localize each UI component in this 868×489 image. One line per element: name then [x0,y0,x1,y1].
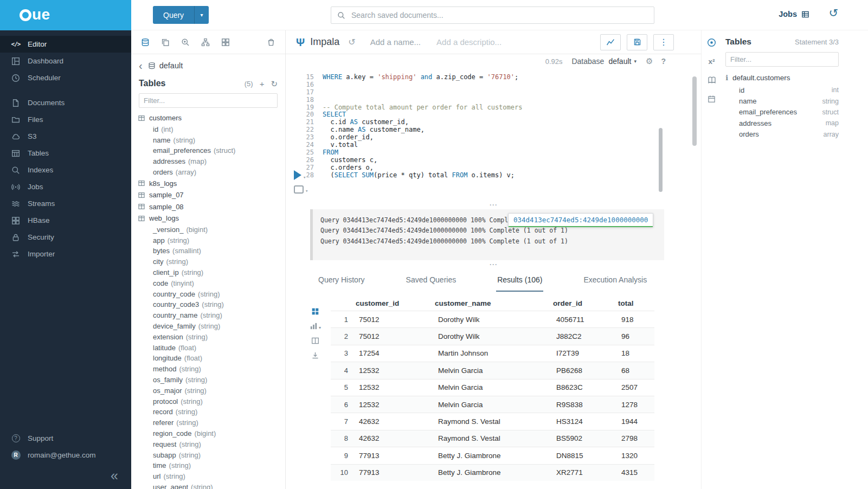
tree-column-row[interactable]: bytes smallint [138,246,281,256]
active-table-item[interactable]: ℹ default.customers [725,74,839,82]
search-input[interactable] [350,10,654,20]
sidebar-item-user[interactable]: R romain@gethue.com [0,447,131,464]
table-row[interactable]: 7 42632Raymond S. VestalHS31241944 [331,413,654,429]
tree-column-row[interactable]: country_name string [138,310,281,321]
apps-grid-icon[interactable] [221,38,230,47]
save-button[interactable] [627,34,647,50]
tree-column-row[interactable]: email_preferences struct [138,145,281,156]
column-header[interactable]: total [618,299,654,307]
table-row[interactable]: 8 42632Raymond S. VestalBS59022798 [331,430,654,447]
sidebar-item-importer[interactable]: Importer [0,246,131,262]
tree-column-row[interactable]: country_code3 string [138,299,281,310]
bucket-icon[interactable] [267,38,275,47]
sitemap-icon[interactable] [201,38,210,47]
help-icon[interactable]: ? [661,57,666,66]
tree-table-row[interactable]: sample_07 [138,189,281,201]
chart-view-button[interactable]: ▾ [310,322,321,330]
columns-view-icon[interactable] [311,337,319,345]
tree-table-row[interactable]: customers [138,112,281,124]
sidebar-item-dashboard[interactable]: Dashboard [0,53,131,69]
sidebar-item-security[interactable]: Security [0,229,131,246]
table-row[interactable]: 6 12532Melvin GarciaR9S8381278 [331,396,654,413]
grid-view-icon[interactable] [311,307,319,316]
tab[interactable]: Execution Analysis [582,269,648,292]
tree-column-row[interactable]: client_ip string [138,267,281,278]
table-row[interactable]: 2 75012Dorothy WilkJ882C296 [331,327,654,344]
query-id-popover[interactable]: 034d413ec7474ed5:4249de1000000000 [508,213,653,227]
schedule-icon[interactable] [708,95,716,103]
collapse-sidebar-button[interactable]: « [111,469,118,482]
tree-column-row[interactable]: protocol string [138,396,281,407]
tree-column-row[interactable]: subapp string [138,449,281,460]
sidebar-item-files[interactable]: Files [0,111,131,128]
tree-column-row[interactable]: code tinyint [138,278,281,288]
tree-column-row[interactable]: region_code bigint [138,428,281,439]
tree-column-row[interactable]: record string [138,407,281,417]
tree-table-row[interactable]: web_logs [138,213,281,224]
query-description-field[interactable]: Add a descriptio... [436,37,501,47]
editor-scrollbar[interactable] [659,128,663,192]
tree-column-row[interactable]: id int [138,124,281,135]
tab[interactable]: Saved Queries [405,269,458,292]
tree-column-row[interactable]: country_code string [138,288,281,299]
table-row[interactable]: 9 77913Betty J. GiambroneDN88151320 [331,447,654,464]
database-source-icon[interactable] [141,38,150,47]
tree-column-row[interactable]: device_family string [138,321,281,332]
assist-column-row[interactable]: name string [725,95,839,106]
assist-column-row[interactable]: email_preferences struct [725,107,839,118]
assist-column-row[interactable]: id int [725,85,839,95]
tree-column-row[interactable]: longitude float [138,353,281,364]
add-table-icon[interactable]: + [260,80,265,88]
run-query-button[interactable]: ▾ [294,170,308,180]
sidebar-item-streams[interactable]: Streams [0,195,131,212]
sidebar-item-jobs[interactable]: Jobs [0,178,131,195]
assist-column-row[interactable]: orders array [725,129,839,140]
tree-column-row[interactable]: addresses map [138,156,281,167]
sidebar-item-indexes[interactable]: Indexes [0,162,131,178]
tree-table-row[interactable]: sample_08 [138,201,281,213]
database-name[interactable]: default [159,61,183,70]
resize-handle-bottom[interactable]: ⋯ [286,262,701,268]
functions-icon[interactable]: x² [708,57,715,66]
table-row[interactable]: 5 12532Melvin GarciaB8623C2507 [331,379,654,396]
query-history-icon[interactable]: ↺ [348,38,355,47]
database-selector[interactable]: default ▾ [608,57,636,66]
chart-button[interactable] [600,34,621,50]
tree-column-row[interactable]: latitude float [138,342,281,353]
limit-selector[interactable]: ▾ [294,185,308,194]
tables-filter-input[interactable] [139,93,278,108]
sidebar-item-documents[interactable]: Documents [0,94,131,111]
sidebar-item-s3[interactable]: S3 [0,128,131,145]
run-options-caret[interactable]: ▾ [303,175,306,180]
query-name-field[interactable]: Add a name... [370,37,421,47]
column-header[interactable]: customer_id [356,299,435,307]
sidebar-item-support[interactable]: ? Support [0,430,131,447]
settings-gear-icon[interactable]: ⚙ [646,56,653,66]
tree-column-row[interactable]: os_major string [138,385,281,396]
tree-column-row[interactable]: method string [138,364,281,375]
tree-table-row[interactable]: k8s_logs [138,177,281,189]
refresh-icon[interactable]: ↻ [271,80,278,88]
language-reference-icon[interactable] [708,76,716,85]
sidebar-item-editor[interactable]: </> Editor [0,36,131,53]
assist-column-row[interactable]: addresses map [725,118,839,128]
back-chevron-icon[interactable]: ‹ [139,61,143,70]
tree-column-row[interactable]: extension string [138,331,281,342]
table-row[interactable]: 4 12532Melvin GarciaPB626868 [331,362,654,378]
search-plus-icon[interactable] [181,38,190,47]
hue-logo[interactable]: ue [0,0,131,30]
editor-assistant-icon[interactable] [707,38,716,47]
tree-column-row[interactable]: url string [138,471,281,482]
column-header[interactable]: customer_name [435,299,553,307]
table-row[interactable]: 10 77913Betty J. GiambroneXR27714315 [331,464,654,481]
assist-filter-input[interactable] [725,52,839,67]
tree-column-row[interactable]: orders array [138,167,281,178]
sidebar-item-scheduler[interactable]: Scheduler [0,69,131,86]
tree-column-row[interactable]: _version_ bigint [138,224,281,235]
tree-column-row[interactable]: os_family string [138,375,281,385]
code-editor[interactable]: 15 WHERE a.key = 'shipping' and a.zip_co… [286,69,701,203]
tab[interactable]: Results (106) [496,269,543,292]
resize-handle-top[interactable]: ⋯ [286,203,701,208]
tree-column-row[interactable]: name string [138,134,281,145]
sidebar-item-tables[interactable]: Tables [0,145,131,162]
